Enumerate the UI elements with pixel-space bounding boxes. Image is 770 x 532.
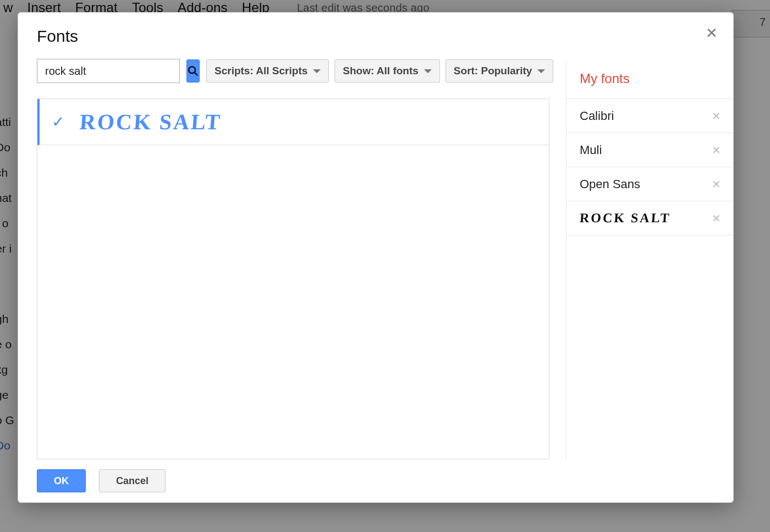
dialog-body: Scripts: All Scripts Show: All fonts Sor… xyxy=(18,56,733,459)
my-font-item[interactable]: Rock Salt ✕ xyxy=(566,201,733,235)
close-button[interactable]: ✕ xyxy=(706,26,718,40)
font-results-list[interactable]: ✓ Rock Salt xyxy=(37,98,549,459)
scripts-filter-label: Scripts: All Scripts xyxy=(215,65,307,77)
sort-filter-dropdown[interactable]: Sort: Popularity xyxy=(446,59,554,83)
my-font-name: Muli xyxy=(580,143,602,157)
my-font-name: Open Sans xyxy=(580,177,640,191)
my-fonts-title: My fonts xyxy=(566,60,733,98)
search-and-results-panel: Scripts: All Scripts Show: All fonts Sor… xyxy=(37,56,566,459)
cancel-button[interactable]: Cancel xyxy=(99,469,166,492)
check-icon: ✓ xyxy=(52,114,64,130)
ok-button-label: OK xyxy=(54,475,69,487)
chevron-down-icon xyxy=(313,69,321,73)
svg-line-1 xyxy=(195,73,198,76)
remove-font-button[interactable]: ✕ xyxy=(712,111,721,122)
close-icon: ✕ xyxy=(712,212,721,224)
close-icon: ✕ xyxy=(712,110,721,122)
my-font-item[interactable]: Muli ✕ xyxy=(566,133,733,167)
my-fonts-panel: My fonts Calibri ✕ Muli ✕ Open Sans xyxy=(566,60,733,459)
remove-font-button[interactable]: ✕ xyxy=(712,213,721,224)
dialog-title: Fonts xyxy=(18,13,733,56)
fonts-dialog: Fonts ✕ Scripts: All Scripts xyxy=(18,12,734,503)
font-result-row[interactable]: ✓ Rock Salt xyxy=(37,99,549,145)
dialog-footer: OK Cancel xyxy=(18,459,733,502)
search-button[interactable] xyxy=(186,59,200,83)
remove-font-button[interactable]: ✕ xyxy=(712,179,721,190)
font-result-name: Rock Salt xyxy=(79,109,222,135)
my-fonts-list: Calibri ✕ Muli ✕ Open Sans ✕ xyxy=(566,98,733,459)
remove-font-button[interactable]: ✕ xyxy=(712,145,721,156)
close-icon: ✕ xyxy=(712,178,721,190)
font-search-input[interactable] xyxy=(37,59,180,83)
my-font-item[interactable]: Calibri ✕ xyxy=(566,99,733,133)
show-filter-dropdown[interactable]: Show: All fonts xyxy=(334,59,440,83)
my-font-item[interactable]: Open Sans ✕ xyxy=(566,167,733,201)
filter-group: Scripts: All Scripts Show: All fonts Sor… xyxy=(206,59,553,83)
show-filter-label: Show: All fonts xyxy=(343,65,419,77)
chevron-down-icon xyxy=(424,69,432,73)
close-icon: ✕ xyxy=(712,144,721,156)
my-font-name: Calibri xyxy=(580,109,614,123)
chevron-down-icon xyxy=(537,69,545,73)
svg-point-0 xyxy=(189,67,195,73)
scripts-filter-dropdown[interactable]: Scripts: All Scripts xyxy=(206,59,329,83)
search-icon xyxy=(187,65,199,77)
ok-button[interactable]: OK xyxy=(37,469,86,492)
sort-filter-label: Sort: Popularity xyxy=(454,65,532,77)
controls-row: Scripts: All Scripts Show: All fonts Sor… xyxy=(37,59,549,83)
my-font-name: Rock Salt xyxy=(579,211,671,226)
close-icon: ✕ xyxy=(706,25,718,41)
cancel-button-label: Cancel xyxy=(116,475,148,487)
